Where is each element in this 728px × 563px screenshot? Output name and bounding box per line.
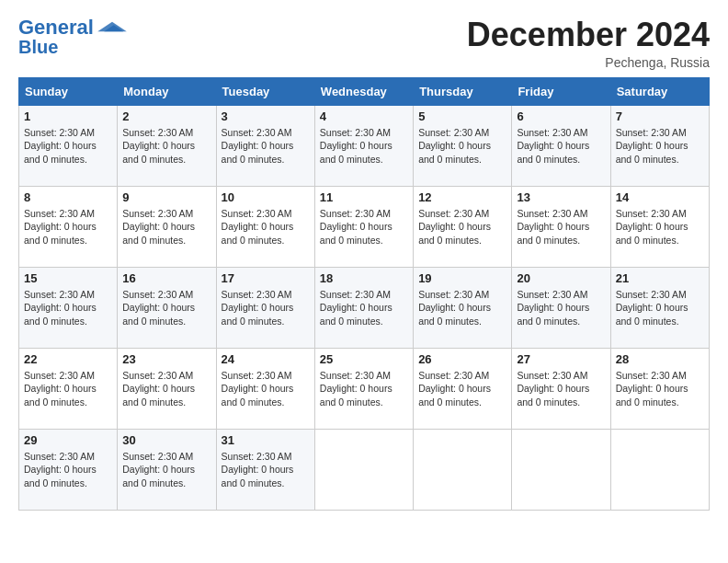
day-number: 12	[418, 190, 506, 204]
col-thursday: Thursday	[414, 77, 512, 105]
day-number: 24	[222, 352, 310, 366]
table-row: 6Sunset: 2:30 AMDaylight: 0 hoursand 0 m…	[512, 105, 610, 186]
table-row: 25Sunset: 2:30 AMDaylight: 0 hoursand 0 …	[314, 348, 413, 429]
day-number: 2	[122, 109, 210, 123]
table-row: 11Sunset: 2:30 AMDaylight: 0 hoursand 0 …	[314, 186, 413, 267]
table-row: 22Sunset: 2:30 AMDaylight: 0 hoursand 0 …	[19, 348, 118, 429]
table-row: 10Sunset: 2:30 AMDaylight: 0 hoursand 0 …	[216, 186, 314, 267]
table-row: 24Sunset: 2:30 AMDaylight: 0 hoursand 0 …	[216, 348, 314, 429]
calendar-header-row: Sunday Monday Tuesday Wednesday Thursday…	[19, 77, 710, 105]
table-row	[314, 429, 413, 510]
day-info: Sunset: 2:30 AMDaylight: 0 hoursand 0 mi…	[24, 288, 112, 328]
logo: General Blue	[18, 17, 129, 57]
logo-text: General	[18, 17, 94, 39]
table-row: 13Sunset: 2:30 AMDaylight: 0 hoursand 0 …	[512, 186, 610, 267]
day-info: Sunset: 2:30 AMDaylight: 0 hoursand 0 mi…	[122, 126, 210, 167]
day-info: Sunset: 2:30 AMDaylight: 0 hoursand 0 mi…	[320, 369, 408, 409]
col-friday: Friday	[512, 77, 610, 105]
table-row: 3Sunset: 2:30 AMDaylight: 0 hoursand 0 m…	[216, 105, 314, 186]
col-wednesday: Wednesday	[314, 77, 413, 105]
day-number: 8	[24, 190, 112, 204]
day-info: Sunset: 2:30 AMDaylight: 0 hoursand 0 mi…	[616, 369, 704, 409]
table-row: 7Sunset: 2:30 AMDaylight: 0 hoursand 0 m…	[610, 105, 709, 186]
day-number: 10	[222, 190, 310, 204]
table-row: 26Sunset: 2:30 AMDaylight: 0 hoursand 0 …	[414, 348, 512, 429]
table-row: 4Sunset: 2:30 AMDaylight: 0 hoursand 0 m…	[314, 105, 413, 186]
day-number: 5	[418, 109, 506, 123]
table-row: 15Sunset: 2:30 AMDaylight: 0 hoursand 0 …	[19, 267, 118, 348]
table-row	[512, 429, 610, 510]
day-number: 9	[122, 190, 210, 204]
calendar-week-row: 8Sunset: 2:30 AMDaylight: 0 hoursand 0 m…	[19, 186, 710, 267]
day-info: Sunset: 2:30 AMDaylight: 0 hoursand 0 mi…	[122, 207, 210, 247]
day-info: Sunset: 2:30 AMDaylight: 0 hoursand 0 mi…	[24, 126, 112, 167]
day-number: 20	[517, 271, 605, 285]
day-number: 27	[517, 352, 605, 366]
day-info: Sunset: 2:30 AMDaylight: 0 hoursand 0 mi…	[222, 288, 310, 328]
month-title: December 2024	[467, 17, 710, 53]
location-title: Pechenga, Russia	[467, 55, 710, 70]
day-number: 11	[320, 190, 408, 204]
day-info: Sunset: 2:30 AMDaylight: 0 hoursand 0 mi…	[24, 450, 112, 490]
table-row: 30Sunset: 2:30 AMDaylight: 0 hoursand 0 …	[118, 429, 216, 510]
day-number: 14	[616, 190, 704, 204]
table-row: 28Sunset: 2:30 AMDaylight: 0 hoursand 0 …	[610, 348, 709, 429]
col-tuesday: Tuesday	[216, 77, 314, 105]
day-info: Sunset: 2:30 AMDaylight: 0 hoursand 0 mi…	[517, 207, 605, 247]
day-number: 1	[24, 109, 112, 123]
table-row: 16Sunset: 2:30 AMDaylight: 0 hoursand 0 …	[118, 267, 216, 348]
table-row: 9Sunset: 2:30 AMDaylight: 0 hoursand 0 m…	[118, 186, 216, 267]
table-row: 21Sunset: 2:30 AMDaylight: 0 hoursand 0 …	[610, 267, 709, 348]
day-number: 19	[418, 271, 506, 285]
day-number: 7	[616, 109, 704, 123]
table-row: 18Sunset: 2:30 AMDaylight: 0 hoursand 0 …	[314, 267, 413, 348]
day-info: Sunset: 2:30 AMDaylight: 0 hoursand 0 mi…	[320, 207, 408, 247]
table-row: 5Sunset: 2:30 AMDaylight: 0 hoursand 0 m…	[414, 105, 512, 186]
day-number: 28	[616, 352, 704, 366]
logo-icon	[96, 20, 129, 33]
day-info: Sunset: 2:30 AMDaylight: 0 hoursand 0 mi…	[418, 126, 506, 167]
day-info: Sunset: 2:30 AMDaylight: 0 hoursand 0 mi…	[320, 126, 408, 167]
day-number: 31	[222, 433, 310, 447]
day-info: Sunset: 2:30 AMDaylight: 0 hoursand 0 mi…	[222, 126, 310, 167]
table-row: 31Sunset: 2:30 AMDaylight: 0 hoursand 0 …	[216, 429, 314, 510]
day-number: 25	[320, 352, 408, 366]
table-row: 14Sunset: 2:30 AMDaylight: 0 hoursand 0 …	[610, 186, 709, 267]
day-number: 6	[517, 109, 605, 123]
day-info: Sunset: 2:30 AMDaylight: 0 hoursand 0 mi…	[320, 288, 408, 328]
page: General Blue December 2024 Pechenga, Rus…	[0, 0, 728, 563]
day-info: Sunset: 2:30 AMDaylight: 0 hoursand 0 mi…	[122, 288, 210, 328]
day-number: 29	[24, 433, 112, 447]
table-row: 12Sunset: 2:30 AMDaylight: 0 hoursand 0 …	[414, 186, 512, 267]
calendar-week-row: 29Sunset: 2:30 AMDaylight: 0 hoursand 0 …	[19, 429, 710, 510]
day-info: Sunset: 2:30 AMDaylight: 0 hoursand 0 mi…	[222, 207, 310, 247]
day-info: Sunset: 2:30 AMDaylight: 0 hoursand 0 mi…	[122, 369, 210, 409]
day-number: 22	[24, 352, 112, 366]
day-info: Sunset: 2:30 AMDaylight: 0 hoursand 0 mi…	[616, 126, 704, 167]
day-info: Sunset: 2:30 AMDaylight: 0 hoursand 0 mi…	[418, 207, 506, 247]
day-number: 18	[320, 271, 408, 285]
day-number: 4	[320, 109, 408, 123]
day-number: 16	[122, 271, 210, 285]
calendar-week-row: 15Sunset: 2:30 AMDaylight: 0 hoursand 0 …	[19, 267, 710, 348]
day-info: Sunset: 2:30 AMDaylight: 0 hoursand 0 mi…	[24, 207, 112, 247]
table-row: 27Sunset: 2:30 AMDaylight: 0 hoursand 0 …	[512, 348, 610, 429]
day-number: 23	[122, 352, 210, 366]
calendar-week-row: 22Sunset: 2:30 AMDaylight: 0 hoursand 0 …	[19, 348, 710, 429]
table-row: 29Sunset: 2:30 AMDaylight: 0 hoursand 0 …	[19, 429, 118, 510]
header: General Blue December 2024 Pechenga, Rus…	[18, 17, 710, 70]
day-number: 15	[24, 271, 112, 285]
day-info: Sunset: 2:30 AMDaylight: 0 hoursand 0 mi…	[24, 369, 112, 409]
day-number: 3	[222, 109, 310, 123]
day-info: Sunset: 2:30 AMDaylight: 0 hoursand 0 mi…	[122, 450, 210, 490]
col-sunday: Sunday	[19, 77, 118, 105]
calendar: Sunday Monday Tuesday Wednesday Thursday…	[18, 77, 710, 511]
day-number: 13	[517, 190, 605, 204]
day-info: Sunset: 2:30 AMDaylight: 0 hoursand 0 mi…	[517, 126, 605, 167]
table-row: 20Sunset: 2:30 AMDaylight: 0 hoursand 0 …	[512, 267, 610, 348]
day-info: Sunset: 2:30 AMDaylight: 0 hoursand 0 mi…	[222, 369, 310, 409]
col-monday: Monday	[118, 77, 216, 105]
day-number: 21	[616, 271, 704, 285]
table-row	[610, 429, 709, 510]
logo-blue-text: Blue	[18, 37, 58, 57]
